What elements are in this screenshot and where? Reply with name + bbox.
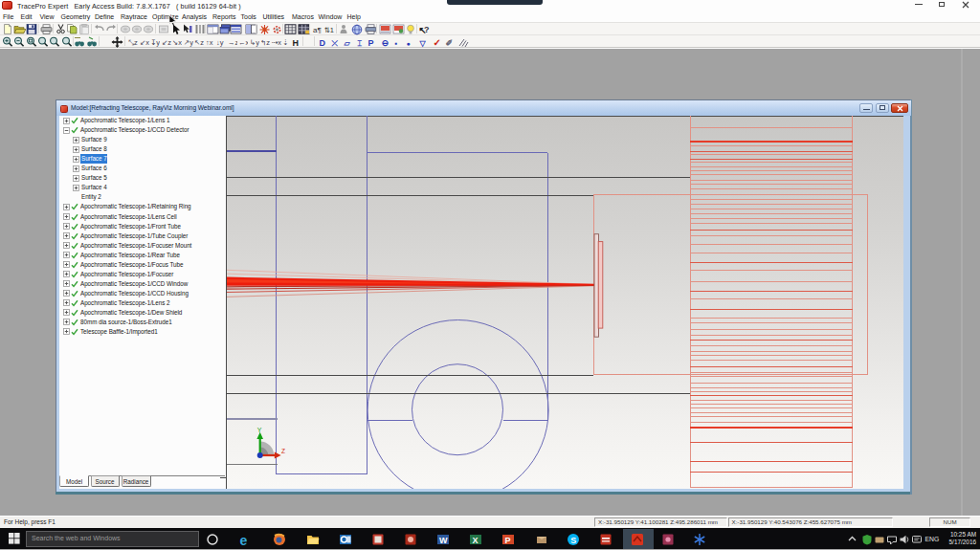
svg-text:⤫: ⤫ — [330, 38, 338, 47]
svg-text:Y: Y — [257, 427, 262, 433]
svg-text:↘x: ↘x — [172, 38, 182, 47]
svg-text:↑x: ↑x — [206, 38, 213, 47]
svg-text:▽: ▽ — [419, 38, 427, 47]
svg-text:⤡z: ⤡z — [128, 38, 138, 47]
svg-text:↖z: ↖z — [194, 38, 204, 47]
svg-text:●: ● — [407, 39, 411, 46]
svg-text:D: D — [320, 37, 326, 47]
svg-text:↙z: ↙z — [162, 38, 171, 47]
svg-text:H: H — [292, 37, 299, 47]
svg-text:a¶: a¶ — [313, 25, 322, 33]
svg-text:✐: ✐ — [446, 37, 454, 47]
svg-text:▱: ▱ — [344, 38, 351, 47]
svg-text:Z: Z — [281, 448, 285, 454]
svg-text:?: ? — [424, 25, 430, 34]
svg-text:⇅1: ⇅1 — [324, 25, 334, 33]
svg-text:P: P — [505, 536, 511, 545]
svg-text:⊖: ⊖ — [382, 37, 390, 47]
svg-text:▪: ▪ — [395, 38, 398, 47]
svg-text:↗y: ↗y — [184, 38, 193, 47]
svg-text:↧y: ↧y — [150, 38, 160, 47]
svg-text:⇣: ⇣ — [282, 38, 288, 47]
svg-text:S: S — [570, 535, 576, 544]
svg-text:↰z: ↰z — [260, 38, 270, 47]
svg-text:⇢x: ⇢x — [272, 38, 281, 47]
svg-text:X: X — [472, 536, 478, 545]
svg-text:✓: ✓ — [433, 36, 440, 47]
svg-text:↓y: ↓y — [216, 38, 224, 47]
svg-text:⌶: ⌶ — [358, 38, 363, 47]
svg-text:↙x: ↙x — [140, 38, 149, 47]
svg-text:W: W — [439, 536, 448, 545]
svg-text:e: e — [240, 533, 248, 546]
svg-text:←x: ←x — [238, 38, 248, 47]
svg-text:→z: →z — [228, 38, 237, 47]
svg-text:P: P — [368, 37, 374, 47]
svg-text:↳y: ↳y — [250, 38, 259, 47]
